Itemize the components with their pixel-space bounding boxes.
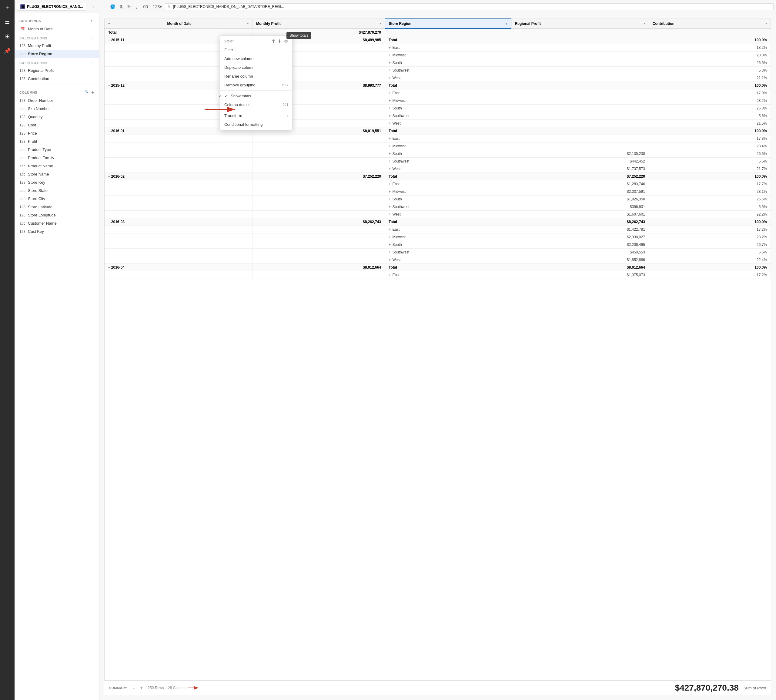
th-monthly-profit-label: Monthly Profit — [256, 22, 281, 26]
col-store-latitude[interactable]: 123 Store Latitude — [15, 203, 99, 211]
calc-monthy-profit[interactable]: 123 Monthy Profit — [15, 42, 99, 50]
calc1-add-button[interactable]: + — [92, 35, 94, 41]
col-sku-number[interactable]: abc Sku Number — [15, 105, 99, 113]
col-store-longitude[interactable]: 123 Store Longitude — [15, 211, 99, 219]
sub-month-2016-02-4 — [105, 203, 253, 211]
number-format-button[interactable]: 123▾ — [151, 3, 164, 10]
percent-button[interactable]: % — [125, 3, 133, 10]
col-store-state[interactable]: abc Store State — [15, 187, 99, 195]
menu-show-totals-label: Show totals — [231, 94, 251, 98]
sub-month-2016-01-2 — [105, 142, 253, 150]
th-regional-profit-sort-icon[interactable]: ▾ — [644, 22, 645, 25]
total-month-cell: Total — [105, 28, 253, 37]
toolbar-pin-icon[interactable]: 📌 — [2, 46, 12, 56]
th-contribution[interactable]: Contribution ▾ — [649, 19, 771, 28]
col-customer-name[interactable]: abc Customer Name — [15, 219, 99, 227]
col-cost[interactable]: 123 Cost — [15, 121, 99, 129]
sub-rp-south-2015-12 — [511, 105, 649, 112]
col-quantity[interactable]: 123 Quantity — [15, 113, 99, 121]
menu-item-remove-grouping[interactable]: Remove grouping ⇧ G — [220, 81, 292, 90]
menu-item-rename[interactable]: Rename column — [220, 72, 292, 81]
menu-item-filter[interactable]: Filter — [220, 45, 292, 54]
menu-item-conditional-formatting[interactable]: Conditional formatting — [220, 120, 292, 129]
columns-header: COLUMNS 🔍 + — [15, 87, 99, 97]
col-type-123-6: 123 — [19, 180, 25, 185]
sort-asc-icon[interactable]: ⬆ — [271, 39, 276, 44]
th-contribution-sort-icon[interactable]: ▾ — [765, 22, 767, 25]
col-store-name[interactable]: abc Store Name — [15, 170, 99, 178]
th-month-sort-icon[interactable]: ▾ — [247, 22, 248, 25]
menu-item-column-details[interactable]: Column details... ⌘ I — [220, 100, 292, 109]
menu-transform-label: Transform — [224, 113, 242, 118]
columns-search-icon[interactable]: 🔍 — [85, 90, 89, 95]
toolbar-table-icon[interactable]: ⊞ — [2, 32, 12, 41]
col-product-name[interactable]: abc Product Name — [15, 162, 99, 170]
nav-forward-button[interactable]: → — [99, 3, 107, 10]
menu-transform-arrow: › — [287, 113, 288, 118]
col-product-type[interactable]: abc Product Type — [15, 145, 99, 154]
th-regional-profit[interactable]: Regional Profit ▾ — [511, 19, 649, 28]
columns-add-icon[interactable]: + — [91, 90, 94, 95]
sub-rp-south-2016-03: $2,206,495 — [511, 241, 649, 248]
col-profit-label: Profit — [28, 139, 37, 144]
col-store-latitude-label: Store Latitude — [28, 205, 52, 209]
col-store-city[interactable]: abc Store City — [15, 195, 99, 203]
sort-desc-icon[interactable]: ⬇ — [278, 39, 281, 44]
sub-region-midwest-2015-12: + Midwest — [385, 97, 511, 105]
toolbar-add-icon[interactable]: ＋ — [2, 2, 12, 12]
menu-item-show-totals[interactable]: ✓ Show totals — [220, 92, 292, 100]
col-type-abc-1: abc — [19, 107, 25, 111]
summary-chevron-icon[interactable]: ⌄ — [132, 686, 135, 690]
group-region-total-2016-01: Total — [385, 127, 511, 135]
th-monthly-profit[interactable]: Monthly Profit ▾ — [253, 19, 385, 28]
group-profit-2016-02: $7,252,220 — [253, 173, 385, 180]
col-store-key[interactable]: 123 Store Key — [15, 178, 99, 187]
dollar-button[interactable]: $ — [118, 3, 124, 10]
paint-bucket-button[interactable]: 🪣 — [108, 3, 117, 10]
menu-item-add-column[interactable]: Add new column + — [220, 54, 292, 63]
th-store-region-label: Store Region — [389, 22, 411, 26]
col-price[interactable]: 123 Price — [15, 129, 99, 137]
calc-regional-profit[interactable]: 123 Regional Profit — [15, 67, 99, 75]
show-totals-tooltip: Show totals — [286, 32, 311, 39]
col-cust-key[interactable]: 123 Cust Key — [15, 227, 99, 235]
nav-back-button[interactable]: ← — [90, 3, 98, 10]
sub-contribution-midwest-2016-01: 28.4% — [649, 142, 771, 150]
table-row: + South 26.5% — [105, 59, 771, 67]
menu-item-duplicate[interactable]: Duplicate column — [220, 63, 292, 72]
total-regional-profit-cell — [511, 28, 649, 37]
left-toolbar: ＋ ☰ ⊞ 📌 — [0, 0, 15, 700]
grouping-month-label: Month of Date — [28, 27, 53, 31]
grouping-item-month[interactable]: 📅 Month of Date — [15, 25, 99, 33]
sub-rp-midwest-2016-01 — [511, 142, 649, 150]
col-product-family[interactable]: abc Product Family — [15, 154, 99, 162]
menu-column-details-shortcut: ⌘ I — [283, 103, 288, 107]
decimal-button[interactable]: .00 — [140, 3, 150, 10]
sub-rp-west-2015-12 — [511, 120, 649, 127]
th-store-region[interactable]: Store Region ▾ — [385, 19, 511, 28]
table-row: + Midwest 28.4% — [105, 142, 771, 150]
sort-settings-icon[interactable]: ⚙ — [284, 39, 288, 44]
col-order-number[interactable]: 123 Order Number — [15, 97, 99, 105]
number-icon-2: 123 — [19, 68, 25, 73]
calc-contribution[interactable]: 123 Contribution — [15, 75, 99, 83]
document-title[interactable]: ▦ PLUGS_ELECTRONICS_HAND... — [17, 3, 87, 11]
menu-item-transform[interactable]: Transform › — [220, 111, 292, 120]
sub-profit-2016-04-1 — [253, 271, 385, 279]
table-header-row: − Month of Date ▾ Monthly Profit ▾ — [105, 19, 771, 28]
calc2-add-button[interactable]: + — [92, 60, 94, 66]
table-row: + Midwest 28.8% — [105, 52, 771, 59]
col-type-abc-5: abc — [19, 172, 25, 177]
summary-add-icon[interactable]: + — [140, 685, 143, 691]
sub-region-east-2016-02: + East — [385, 180, 511, 188]
data-table-container[interactable]: − Month of Date ▾ Monthly Profit ▾ — [104, 18, 771, 680]
col-profit[interactable]: 123 Profit — [15, 137, 99, 145]
th-month-of-date[interactable]: − Month of Date ▾ — [105, 19, 253, 28]
th-monthly-profit-sort-icon[interactable]: ▾ — [380, 22, 381, 25]
comma-button[interactable]: , — [134, 3, 139, 10]
grouping-item-store-region[interactable]: abc Store Region — [15, 50, 99, 58]
toolbar-menu-icon[interactable]: ☰ — [2, 17, 12, 27]
group-region-total-2016-03: Total — [385, 218, 511, 226]
groupings-add-button[interactable]: + — [89, 18, 94, 23]
th-store-region-sort-icon[interactable]: ▾ — [506, 22, 507, 25]
